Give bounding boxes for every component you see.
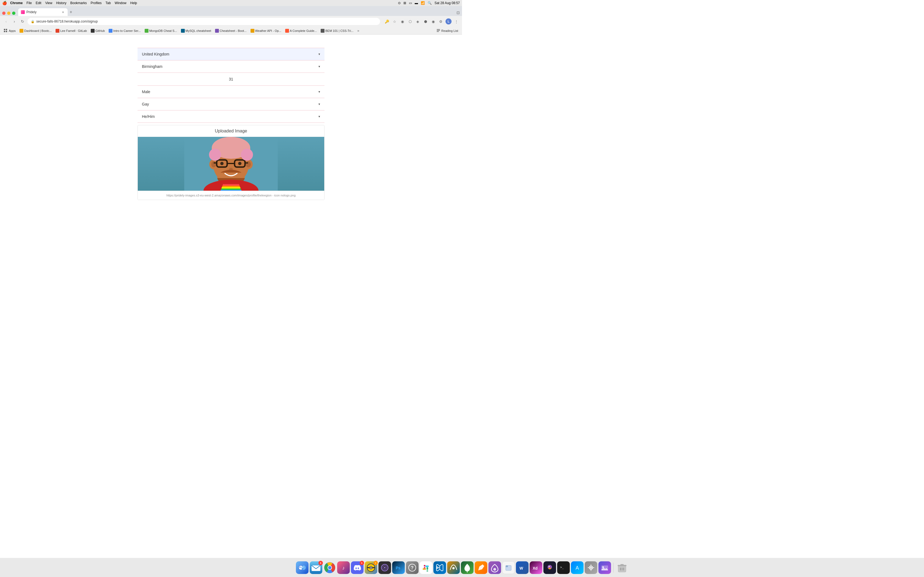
- gender-field[interactable]: Male ▾: [137, 86, 325, 98]
- menu-help[interactable]: Help: [130, 1, 137, 5]
- chrome-menu-button[interactable]: ⋮: [453, 18, 459, 24]
- tab-close-button[interactable]: ✕: [61, 10, 65, 14]
- tab-bar: Pridely ✕ + ⊡: [0, 6, 462, 16]
- bookmark-6-label: MySQL cheatsheet: [186, 29, 211, 32]
- country-field[interactable]: United Kingdom ▾: [137, 48, 325, 60]
- menu-view[interactable]: View: [45, 1, 52, 5]
- bookmark-7-label: Cheatsheet - Boot...: [220, 29, 247, 32]
- password-icon[interactable]: 🔑: [384, 18, 390, 24]
- url-bar[interactable]: 🔒 secure-falls-86718.herokuapp.com/signu…: [27, 18, 380, 25]
- wifi-icon[interactable]: 📶: [421, 1, 425, 5]
- reading-list-button[interactable]: Reading List: [435, 28, 460, 33]
- toolbar-icons: 🔑 ☆ ◉ ⬡ ◈ ⬢ ◉ ⚙ L ⋮: [384, 18, 459, 24]
- menu-history[interactable]: History: [56, 1, 66, 5]
- pronouns-field[interactable]: He/Him ▾: [137, 110, 325, 123]
- uploaded-image-url: https://pridely-images.s3-eu-west-2.amaz…: [138, 191, 324, 200]
- bookmark-4[interactable]: Intro to Career Ser...: [107, 28, 142, 33]
- bookmark-7-icon: [215, 29, 219, 33]
- page-content: United Kingdom ▾ Birmingham ▾ 31 Male ▾: [0, 35, 462, 288]
- age-value: 31: [229, 77, 233, 81]
- search-icon[interactable]: 🔍: [428, 1, 432, 5]
- bookmark-3-label: GitHub: [95, 29, 105, 32]
- bookmark-4-label: Intro to Career Ser...: [113, 29, 141, 32]
- bookmark-2[interactable]: Lee Farnell · GitLab: [54, 28, 89, 33]
- bookmark-2-icon: [55, 29, 60, 33]
- city-field[interactable]: Birmingham ▾: [137, 60, 325, 73]
- bookmark-9-icon: [285, 29, 289, 33]
- menu-app-name[interactable]: Chrome: [10, 1, 23, 5]
- maximize-button[interactable]: [12, 11, 15, 15]
- uploaded-image-section: Uploaded Image: [137, 125, 325, 200]
- bookmark-9[interactable]: A Complete Guide...: [284, 28, 318, 33]
- extension-icon-1[interactable]: ◉: [399, 18, 405, 24]
- svg-rect-0: [4, 29, 5, 30]
- bookmark-8[interactable]: Weather API - Op...: [249, 28, 283, 33]
- url-text: secure-falls-86718.herokuapp.com/signup: [36, 19, 98, 23]
- extension-icon-5[interactable]: ◉: [430, 18, 436, 24]
- bookmark-9-label: A Complete Guide...: [290, 29, 317, 32]
- city-select[interactable]: Birmingham ▾: [137, 60, 325, 73]
- city-value: Birmingham: [142, 64, 163, 69]
- svg-rect-27: [223, 184, 239, 186]
- active-tab[interactable]: Pridely ✕: [18, 8, 68, 16]
- extensions-button[interactable]: ⚙: [438, 18, 444, 24]
- svg-point-21: [238, 162, 241, 165]
- menu-profiles[interactable]: Profiles: [91, 1, 102, 5]
- svg-rect-1: [6, 29, 7, 30]
- svg-point-33: [241, 149, 253, 161]
- apps-bookmark[interactable]: Apps: [2, 28, 17, 33]
- control-center-icon[interactable]: ⊙: [398, 1, 401, 5]
- svg-rect-2: [4, 31, 5, 32]
- window-controls: [2, 11, 15, 15]
- minimize-button[interactable]: [7, 11, 10, 15]
- menu-edit[interactable]: Edit: [36, 1, 42, 5]
- avatar-svg: [184, 137, 278, 191]
- back-button[interactable]: ‹: [3, 18, 9, 25]
- extension-icon-4[interactable]: ⬢: [422, 18, 428, 24]
- bookmarks-bar: Apps Dashboard | Bootc... Lee Farnell · …: [0, 27, 462, 35]
- bookmark-6[interactable]: MySQL cheatsheet: [179, 28, 213, 33]
- age-field[interactable]: 31: [137, 73, 325, 86]
- apple-menu[interactable]: 🍎: [2, 1, 7, 5]
- extension-icon-2[interactable]: ⬡: [407, 18, 413, 24]
- sexuality-field[interactable]: Gay ▾: [137, 98, 325, 110]
- new-tab-button[interactable]: +: [68, 9, 74, 15]
- battery-icon[interactable]: ▬: [415, 1, 418, 5]
- bookmark-10[interactable]: BEM 101 | CSS-Tri...: [319, 28, 355, 33]
- bookmark-3[interactable]: GitHub: [89, 28, 107, 33]
- bookmark-star-icon[interactable]: ☆: [392, 18, 397, 24]
- menu-bookmarks[interactable]: Bookmarks: [70, 1, 87, 5]
- more-bookmarks-button[interactable]: »: [355, 28, 361, 33]
- country-select[interactable]: United Kingdom ▾: [137, 48, 325, 60]
- bookmark-1[interactable]: Dashboard | Bootc...: [18, 28, 53, 33]
- pronouns-select[interactable]: He/Him ▾: [137, 110, 325, 122]
- svg-rect-3: [6, 31, 7, 32]
- menu-file[interactable]: File: [26, 1, 32, 5]
- svg-point-13: [211, 161, 216, 167]
- bookmark-10-icon: [321, 29, 325, 33]
- chrome-window: Pridely ✕ + ⊡ ‹ › ↻ 🔒 secure-falls-86718…: [0, 6, 462, 288]
- svg-rect-5: [437, 30, 440, 31]
- bookmark-1-label: Dashboard | Bootc...: [24, 29, 52, 32]
- reload-button[interactable]: ↻: [19, 18, 26, 25]
- address-bar: ‹ › ↻ 🔒 secure-falls-86718.herokuapp.com…: [0, 16, 462, 27]
- bookmark-7[interactable]: Cheatsheet - Boot...: [213, 28, 248, 33]
- mission-control-icon[interactable]: ⊞: [404, 1, 406, 5]
- forward-button[interactable]: ›: [11, 18, 18, 25]
- bookmark-5[interactable]: MongoDB Cheat S...: [143, 28, 179, 33]
- svg-rect-28: [222, 186, 240, 187]
- menu-window[interactable]: Window: [115, 1, 126, 5]
- menu-tab[interactable]: Tab: [106, 1, 111, 5]
- close-button[interactable]: [2, 11, 5, 15]
- gender-select[interactable]: Male ▾: [137, 86, 325, 98]
- apps-label: Apps: [9, 29, 16, 32]
- display-icon[interactable]: ▭: [409, 1, 412, 5]
- gender-value: Male: [142, 90, 150, 94]
- city-chevron-icon: ▾: [318, 64, 320, 68]
- sexuality-select[interactable]: Gay ▾: [137, 98, 325, 110]
- extension-icon-3[interactable]: ◈: [415, 18, 421, 24]
- tab-expand-icon[interactable]: ⊡: [457, 10, 460, 15]
- top-partial-display: [137, 40, 325, 48]
- bookmark-8-label: Weather API - Op...: [255, 29, 281, 32]
- profile-avatar[interactable]: L: [446, 18, 452, 24]
